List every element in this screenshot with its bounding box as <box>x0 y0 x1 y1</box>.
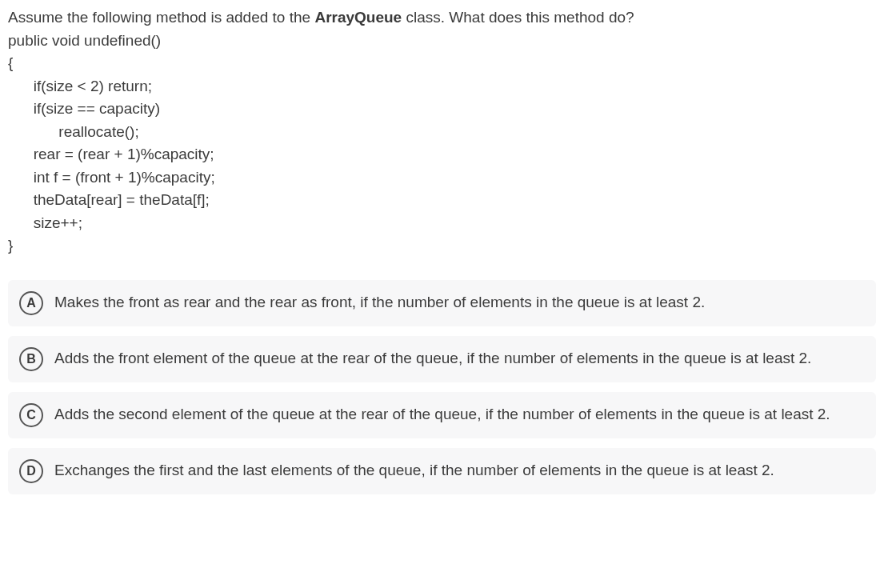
option-letter: B <box>19 347 43 371</box>
options-list: A Makes the front as rear and the rear a… <box>8 280 876 494</box>
option-text: Adds the second element of the queue at … <box>54 403 865 426</box>
option-letter: A <box>19 291 43 315</box>
option-b[interactable]: B Adds the front element of the queue at… <box>8 336 876 382</box>
option-d[interactable]: D Exchanges the first and the last eleme… <box>8 448 876 494</box>
question-stem: Assume the following method is added to … <box>8 6 876 30</box>
question-bold-class: ArrayQueue <box>314 9 402 26</box>
option-text: Adds the front element of the queue at t… <box>54 347 865 370</box>
question-intro-post: class. What does this method do? <box>402 9 634 26</box>
option-text: Makes the front as rear and the rear as … <box>54 291 865 314</box>
option-a[interactable]: A Makes the front as rear and the rear a… <box>8 280 876 326</box>
option-letter: D <box>19 459 43 483</box>
option-text: Exchanges the first and the last element… <box>54 459 865 482</box>
option-letter: C <box>19 403 43 427</box>
question-container: Assume the following method is added to … <box>0 0 884 510</box>
option-c[interactable]: C Adds the second element of the queue a… <box>8 392 876 438</box>
question-intro-pre: Assume the following method is added to … <box>8 9 314 26</box>
code-block: public void undefined() { if(size < 2) r… <box>8 30 876 258</box>
